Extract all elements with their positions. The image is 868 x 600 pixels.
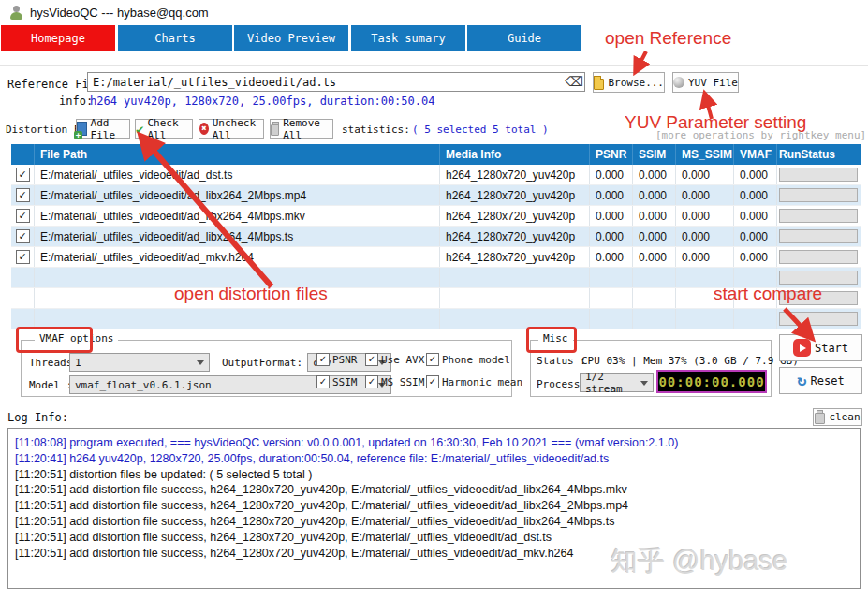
phone-model-checkbox-label: Phone model bbox=[442, 354, 510, 366]
app-window: hysVideoQC --- hybase@qq.com Homepage Ch… bbox=[0, 0, 868, 600]
checkbox-icon: ✓ bbox=[426, 353, 439, 366]
reference-path-input[interactable] bbox=[87, 72, 585, 92]
ssim-cell: 0.000 bbox=[633, 165, 676, 184]
harmonic-mean-checkbox[interactable]: ✓ Harmonic mean bbox=[426, 375, 522, 388]
title-bar: hysVideoQC --- hybase@qq.com bbox=[0, 0, 868, 24]
tab-task-sumary[interactable]: Task sumary bbox=[351, 25, 465, 51]
yuv-file-button[interactable]: YUV File bbox=[672, 72, 739, 93]
reset-button[interactable]: ↻ Reset bbox=[779, 367, 862, 394]
watermark: 知乎 @hybase bbox=[611, 543, 787, 580]
row-checkbox[interactable]: ✓ bbox=[16, 250, 30, 264]
tab-video-preview[interactable]: Video Preview bbox=[234, 25, 348, 51]
table-row[interactable]: ✓ E:/material/_utfiles_videoedit/ad_libx… bbox=[11, 206, 861, 227]
remove-all-button[interactable]: Remove All bbox=[270, 119, 333, 139]
media-info-cell: h264_1280x720_yuv420p bbox=[440, 247, 590, 267]
file-path-cell: E:/material/_utfiles_videoedit/ad_dst.ts bbox=[35, 165, 440, 184]
annotation-open-reference: open Reference bbox=[605, 28, 731, 49]
yuv-sphere-icon bbox=[673, 77, 684, 88]
table-row-empty[interactable] bbox=[11, 309, 861, 329]
ms-ssim-cell: 0.000 bbox=[676, 247, 734, 267]
psnr-checkbox-label: PSNR bbox=[332, 354, 358, 366]
psnr-cell: 0.000 bbox=[590, 165, 633, 184]
header-run-status[interactable]: RunStatus bbox=[777, 144, 861, 165]
reset-button-label: Reset bbox=[811, 374, 845, 388]
table-row[interactable]: ✓ E:/material/_utfiles_videoedit/ad_dst.… bbox=[11, 165, 861, 185]
clear-input-icon[interactable]: ⌫ bbox=[565, 74, 580, 89]
row-checkbox[interactable]: ✓ bbox=[16, 209, 30, 223]
checkbox-icon: ✓ bbox=[426, 375, 439, 388]
uncheck-all-button[interactable]: ✖ Uncheck All bbox=[199, 119, 264, 139]
header-checkbox-col bbox=[11, 144, 35, 165]
psnr-cell: 0.000 bbox=[590, 185, 633, 205]
clean-trash-icon bbox=[815, 413, 825, 424]
run-status-progress bbox=[779, 188, 858, 202]
ms-ssim-cell: 0.000 bbox=[676, 165, 734, 184]
table-row[interactable]: ✓ E:/material/_utfiles_videoedit/ad_mkv.… bbox=[11, 247, 861, 268]
browse-button-label: Browse... bbox=[608, 77, 664, 89]
log-line: [11:20:51] add distortion file success, … bbox=[15, 482, 860, 498]
start-button[interactable]: Start bbox=[779, 334, 862, 361]
annotation-open-distortion: open distortion files bbox=[174, 284, 328, 304]
phone-model-checkbox[interactable]: ✓ Phone model bbox=[426, 353, 510, 366]
tab-homepage[interactable]: Homepage bbox=[1, 25, 115, 51]
log-line: [11:20:51] distortion files be updated: … bbox=[15, 467, 860, 483]
app-logo-icon bbox=[9, 6, 23, 20]
remove-all-button-label: Remove All bbox=[283, 117, 332, 141]
outputformat-label: OutputFormat: bbox=[222, 357, 302, 369]
header-ssim[interactable]: SSIM bbox=[633, 144, 676, 165]
file-path-cell: E:/material/_utfiles_videoedit/ad_mkv.h2… bbox=[35, 247, 440, 267]
threads-select[interactable]: 1 bbox=[69, 353, 210, 372]
uncheck-all-button-label: Uncheck All bbox=[213, 117, 263, 141]
log-info-label: Log Info: bbox=[7, 411, 68, 424]
tab-video-preview-label: Video Preview bbox=[247, 32, 335, 45]
timer-display: 00:00:00.000 bbox=[656, 370, 767, 393]
browse-button[interactable]: Browse... bbox=[593, 72, 665, 93]
statistics-label: statistics: bbox=[342, 124, 410, 136]
table-row[interactable]: ✓ E:/material/_utfiles_videoedit/ad_libx… bbox=[11, 185, 861, 206]
table-row[interactable]: ✓ E:/material/_utfiles_videoedit/ad_libx… bbox=[11, 227, 861, 247]
tab-guide[interactable]: Guide bbox=[467, 25, 581, 51]
misc-legend: Misc bbox=[538, 332, 573, 344]
file-path-cell: E:/material/_utfiles_videoedit/ad_libx26… bbox=[35, 185, 440, 205]
ssim-checkbox-label: SSIM bbox=[332, 376, 358, 388]
vmaf-options-legend: VMAF options bbox=[35, 332, 118, 344]
log-line: [11:08:08] program executed, === hysVide… bbox=[15, 435, 860, 451]
clean-button-label: clean bbox=[829, 411, 860, 423]
header-psnr[interactable]: PSNR bbox=[590, 144, 633, 165]
header-vmaf[interactable]: VMAF bbox=[734, 144, 777, 165]
row-checkbox[interactable]: ✓ bbox=[16, 168, 30, 182]
process-select[interactable]: 1/2 stream bbox=[580, 373, 654, 392]
ssim-cell: 0.000 bbox=[633, 185, 676, 205]
use-avx-checkbox[interactable]: ✓ Use AVX bbox=[365, 353, 424, 366]
log-line: [11:20:41] h264 yuv420p, 1280x720, 25.00… bbox=[15, 451, 860, 467]
threads-value: 1 bbox=[75, 357, 81, 369]
ms-ssim-checkbox[interactable]: ✓ MS SSIM bbox=[365, 375, 424, 388]
header-file-path[interactable]: File Path bbox=[35, 144, 440, 165]
psnr-cell: 0.000 bbox=[590, 227, 633, 246]
ssim-checkbox[interactable]: ✓ SSIM bbox=[316, 375, 358, 388]
vmaf-cell: 0.000 bbox=[734, 227, 777, 246]
row-checkbox[interactable]: ✓ bbox=[16, 188, 30, 202]
psnr-checkbox[interactable]: ✓ PSNR bbox=[316, 353, 358, 366]
check-all-button-label: Check All bbox=[147, 117, 192, 141]
add-file-button[interactable]: Add File bbox=[76, 119, 130, 139]
vmaf-cell: 0.000 bbox=[734, 206, 777, 226]
ms-ssim-cell: 0.000 bbox=[676, 185, 734, 205]
chevron-down-icon bbox=[197, 360, 204, 365]
model-value: vmaf_float_v0.6.1.json bbox=[75, 379, 212, 391]
ms-ssim-cell: 0.000 bbox=[676, 227, 734, 246]
run-status-progress bbox=[779, 209, 858, 223]
arrow-open-reference bbox=[636, 51, 646, 71]
start-button-label: Start bbox=[815, 342, 848, 355]
checkbox-icon: ✓ bbox=[316, 375, 330, 388]
check-all-button[interactable]: ✔ Check All bbox=[135, 119, 193, 139]
vmaf-cell: 0.000 bbox=[734, 185, 777, 205]
clean-button[interactable]: clean bbox=[813, 408, 862, 426]
run-status-progress bbox=[779, 250, 858, 264]
window-title: hysVideoQC --- hybase@qq.com bbox=[30, 6, 209, 20]
header-media-info[interactable]: Media Info bbox=[440, 144, 590, 165]
header-ms-ssim[interactable]: MS_SSIM bbox=[676, 144, 734, 165]
tab-charts[interactable]: Charts bbox=[118, 25, 232, 51]
row-checkbox[interactable]: ✓ bbox=[16, 229, 30, 243]
statistics-value: ( 5 selected 5 total ) bbox=[412, 124, 549, 136]
